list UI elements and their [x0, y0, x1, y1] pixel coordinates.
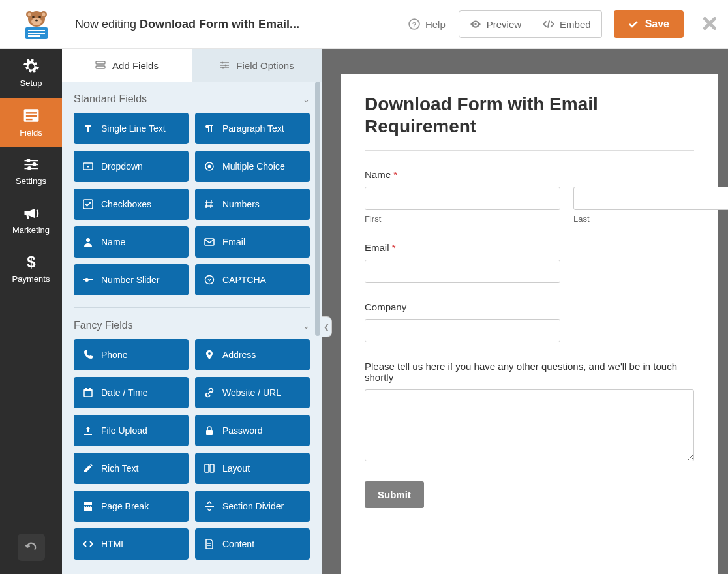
columns-icon [204, 463, 215, 474]
field-type-label: CAPTCHA [222, 275, 266, 285]
svg-point-28 [31, 18, 42, 25]
field-name[interactable]: Name * First Last [365, 169, 694, 224]
save-button[interactable]: Save [614, 10, 684, 38]
svg-text:?: ? [412, 21, 416, 29]
left-nav: Setup Fields Settings Marketing $ Paymen… [0, 49, 62, 574]
field-message[interactable]: Please tell us here if you have any othe… [365, 361, 694, 463]
chevron-down-icon: ⌄ [303, 95, 310, 104]
svg-point-43 [26, 159, 30, 162]
nav-label: Setup [20, 78, 42, 88]
field-type-button[interactable]: HTML [74, 528, 189, 560]
logo[interactable] [12, 9, 61, 39]
check-icon [83, 199, 93, 209]
topbar: Now editing Download Form with Email... … [0, 0, 728, 49]
tab-field-options[interactable]: Field Options [192, 49, 322, 82]
paragraph-icon [204, 123, 215, 134]
field-label: Name * [365, 169, 694, 180]
svg-point-44 [32, 162, 36, 166]
field-type-label: Paragraph Text [222, 123, 284, 134]
field-type-label: Date / Time [101, 387, 148, 398]
email-input[interactable] [365, 260, 560, 283]
field-type-label: Phone [101, 350, 127, 360]
field-type-label: HTML [101, 539, 126, 549]
code-icon [543, 18, 554, 30]
field-type-button[interactable]: Address [195, 339, 310, 370]
form-icon [23, 107, 40, 124]
field-type-button[interactable]: Phone [74, 339, 189, 370]
editing-label: Now editing Download Form with Email... [75, 18, 299, 31]
field-type-button[interactable]: CAPTCHA [195, 264, 310, 295]
section-header[interactable]: Standard Fields⌄ [74, 82, 310, 113]
eye-icon [470, 18, 481, 30]
calendar-icon [83, 387, 93, 398]
field-type-button[interactable]: Checkboxes [74, 189, 189, 220]
field-email[interactable]: Email * [365, 242, 694, 283]
field-type-button[interactable]: File Upload [74, 415, 189, 446]
sub-label: First [365, 214, 560, 224]
name-last-input[interactable] [573, 187, 728, 210]
nav-label: Payments [12, 274, 50, 284]
field-company[interactable]: Company [365, 301, 694, 342]
svg-rect-34 [28, 33, 45, 34]
svg-point-27 [42, 13, 45, 16]
company-input[interactable] [365, 319, 560, 342]
embed-button[interactable]: Embed [532, 10, 602, 38]
field-type-button[interactable]: Page Break [74, 491, 189, 522]
field-type-label: Section Divider [222, 501, 284, 511]
section-header[interactable]: Fancy Fields⌄ [74, 308, 310, 339]
submit-button[interactable]: Submit [365, 481, 424, 508]
collapse-sidebar-button[interactable]: ❮ [322, 316, 332, 337]
slider-icon [83, 275, 93, 285]
close-button[interactable] [703, 17, 716, 32]
preview-button[interactable]: Preview [459, 10, 532, 38]
field-type-button[interactable]: Content [195, 528, 310, 560]
field-type-button[interactable]: Rich Text [74, 453, 189, 484]
svg-point-30 [38, 16, 41, 18]
name-first-input[interactable] [365, 187, 560, 210]
field-type-label: Name [101, 237, 125, 247]
tab-add-fields[interactable]: Add Fields [62, 49, 192, 82]
field-type-button[interactable]: Numbers [195, 189, 310, 220]
form-canvas[interactable]: Download Form with Email Requirement Nam… [341, 74, 718, 574]
nav-payments[interactable]: $ Payments [0, 245, 62, 294]
check-icon [628, 19, 639, 29]
sliders-icon [23, 157, 39, 172]
field-type-button[interactable]: Website / URL [195, 377, 310, 408]
field-type-label: File Upload [101, 425, 147, 436]
help-icon: ? [408, 18, 420, 30]
nav-setup[interactable]: Setup [0, 49, 62, 98]
field-type-button[interactable]: Layout [195, 453, 310, 484]
svg-point-45 [27, 166, 31, 170]
field-type-button[interactable]: Email [195, 226, 310, 258]
svg-rect-33 [28, 30, 45, 31]
code-icon [83, 539, 93, 549]
undo-button[interactable] [18, 534, 45, 561]
doc-icon [204, 539, 215, 549]
help-link[interactable]: ? Help [408, 18, 446, 30]
field-type-button[interactable]: Multiple Choice [195, 151, 310, 182]
field-type-button[interactable]: Name [74, 226, 189, 258]
divider-icon [204, 501, 215, 511]
field-type-button[interactable]: Date / Time [74, 377, 189, 408]
edit-icon [83, 463, 93, 474]
field-type-label: Website / URL [222, 387, 281, 398]
nav-label: Fields [20, 128, 42, 138]
field-type-button[interactable]: Section Divider [195, 491, 310, 522]
nav-fields[interactable]: Fields [0, 98, 62, 147]
field-type-button[interactable]: Password [195, 415, 310, 446]
field-type-button[interactable]: Single Line Text [74, 113, 189, 144]
pin-icon [204, 350, 215, 360]
bullhorn-icon [23, 205, 39, 221]
field-type-button[interactable]: Dropdown [74, 151, 189, 182]
field-type-button[interactable]: Paragraph Text [195, 113, 310, 144]
options-icon [219, 60, 230, 70]
field-label: Company [365, 301, 694, 312]
message-textarea[interactable] [365, 389, 694, 461]
scrollbar[interactable] [314, 82, 322, 574]
nav-marketing[interactable]: Marketing [0, 196, 62, 245]
field-type-button[interactable]: Number Slider [74, 264, 189, 295]
nav-settings[interactable]: Settings [0, 147, 62, 196]
help-icon [204, 275, 215, 285]
field-type-label: Address [222, 350, 256, 360]
svg-rect-40 [25, 112, 36, 113]
